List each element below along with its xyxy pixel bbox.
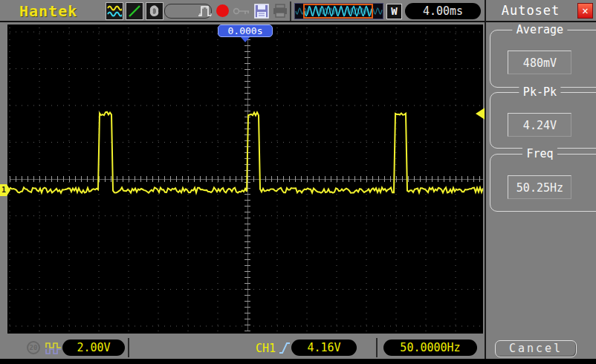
record-icon[interactable] — [216, 4, 229, 17]
top-toolbar: Hantek — [0, 0, 596, 22]
bottom-bezel — [0, 359, 596, 364]
autoset-panel-title: Autoset — [489, 3, 572, 18]
autoset-panel: Average 480mV Pk-Pk 4.24V Freq 50.25Hz C… — [486, 22, 596, 359]
hand-button[interactable] — [146, 2, 163, 20]
key-icon — [233, 7, 250, 16]
print-icon — [272, 4, 288, 19]
waveform-channels-icon — [107, 4, 122, 19]
freq-group: Freq 50.25Hz — [490, 154, 596, 212]
average-value: 480mV — [508, 51, 571, 74]
timebase-readout: 4.00ms — [405, 3, 481, 19]
rising-edge-trigger-icon[interactable] — [279, 340, 291, 355]
channels-button[interactable] — [106, 2, 123, 20]
pulse-icon — [198, 4, 214, 19]
close-icon[interactable]: ✕ — [577, 3, 593, 19]
brand-logo: Hantek — [19, 2, 77, 20]
save-icon[interactable] — [253, 3, 270, 19]
pkpk-label: Pk-Pk — [519, 85, 560, 99]
pkpk-value: 4.24V — [508, 113, 571, 137]
measure-button[interactable] — [126, 2, 143, 20]
waveform-preview[interactable] — [294, 3, 383, 19]
hand-icon — [147, 4, 162, 19]
average-group: Average 480mV — [490, 30, 596, 88]
time-offset-pointer-icon — [241, 37, 250, 42]
measure-line-icon — [127, 4, 142, 19]
trigger-source-label: CH1 — [256, 342, 276, 355]
cancel-button[interactable]: Cancel — [495, 340, 577, 357]
time-offset-marker[interactable]: 0.000s — [218, 25, 273, 37]
freq-label: Freq — [522, 147, 557, 160]
invert-waveform-icon[interactable] — [45, 342, 62, 355]
toolbar-divider — [290, 1, 291, 21]
volts-per-div-readout: 2.00V — [62, 339, 125, 356]
trigger-level-readout: 4.16V — [291, 339, 357, 356]
trigger-frequency-readout: 50.0000Hz — [383, 339, 477, 356]
statusbar-divider — [128, 338, 129, 357]
pkpk-group: Pk-Pk 4.24V — [490, 92, 596, 149]
oscilloscope-app: Hantek — [0, 0, 596, 364]
window-zoom-button[interactable]: W — [386, 4, 402, 19]
bandwidth-limit-icon[interactable]: 20 — [27, 341, 40, 354]
scope-display — [7, 25, 483, 334]
statusbar-divider — [376, 338, 378, 357]
scope-area: 0.000s 1 DC 20 2.00V CH1 4.16V 50.0000Hz — [0, 22, 486, 359]
freq-value: 50.25Hz — [508, 175, 571, 199]
average-label: Average — [513, 23, 567, 36]
